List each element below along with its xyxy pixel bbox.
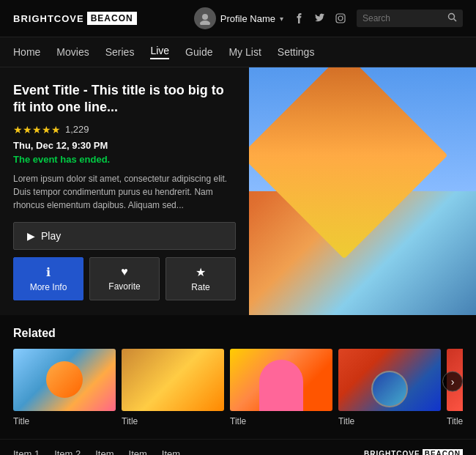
svg-rect-2 — [336, 14, 345, 23]
next-arrow-button[interactable]: › — [442, 371, 463, 392]
svg-point-3 — [338, 16, 343, 21]
profile-area[interactable]: Profile Name ▾ — [194, 7, 283, 29]
facebook-icon[interactable] — [294, 12, 305, 24]
logo-beacon: BEACON — [87, 12, 137, 25]
list-item[interactable]: Title — [338, 349, 441, 427]
more-info-label: More Info — [30, 282, 67, 292]
thumbnail-4 — [338, 349, 441, 411]
related-items: Title Title Title Title Title › — [13, 349, 463, 427]
main-nav: Home Movies Series Live Guide My List Se… — [0, 37, 476, 67]
logo-brightcove: BRIGHTCOVE — [13, 13, 84, 24]
favorite-label: Favorite — [108, 281, 140, 292]
list-item[interactable]: Title — [230, 349, 332, 427]
star-icon: ★ — [196, 265, 206, 279]
search-input[interactable] — [362, 13, 443, 23]
nav-item-guide[interactable]: Guide — [185, 46, 212, 58]
footer-nav-item-1[interactable]: Item 1 — [13, 448, 40, 455]
info-icon: ℹ — [46, 265, 51, 279]
footer-nav-items: Item 1 Item 2 Item Item Item — [13, 448, 364, 455]
header: BRIGHTCOVE BEACON Profile Name ▾ — [0, 0, 476, 37]
thumbnail-3 — [230, 349, 332, 411]
nav-item-movies[interactable]: Movies — [56, 46, 89, 58]
more-info-button[interactable]: ℹ More Info — [13, 257, 83, 300]
list-item[interactable]: Title — [13, 349, 116, 427]
globe-shape — [371, 371, 408, 407]
search-bar[interactable] — [357, 10, 463, 27]
favorite-button[interactable]: ♥ Favorite — [89, 257, 160, 300]
event-datetime: Thu, Dec 12, 9:30 PM — [13, 140, 236, 151]
stars: ★★★★★ — [13, 124, 61, 136]
play-label: Play — [41, 230, 61, 242]
item-title-4: Title — [338, 416, 354, 426]
related-section: Related Title Title Title Title Title — [0, 315, 476, 439]
profile-name: Profile Name — [220, 13, 275, 24]
event-ended-label: The event has ended. — [13, 154, 236, 165]
nav-item-live[interactable]: Live — [150, 45, 169, 59]
svg-line-6 — [454, 19, 457, 22]
rate-button[interactable]: ★ Rate — [166, 257, 236, 300]
social-icons — [294, 12, 346, 24]
chevron-down-icon: ▾ — [280, 15, 283, 23]
svg-point-0 — [202, 14, 208, 20]
related-title: Related — [13, 327, 463, 340]
svg-point-4 — [343, 15, 343, 16]
footer-nav-item-5[interactable]: Item — [162, 448, 180, 455]
footer-nav-item-4[interactable]: Item — [129, 448, 147, 455]
logo[interactable]: BRIGHTCOVE BEACON — [13, 12, 137, 25]
svg-point-5 — [449, 14, 455, 20]
heart-icon: ♥ — [121, 265, 128, 278]
svg-point-1 — [200, 21, 210, 25]
rating-count: 1,229 — [65, 124, 89, 135]
twitter-icon[interactable] — [314, 12, 326, 24]
nav-item-series[interactable]: Series — [105, 46, 135, 58]
hero-image — [249, 67, 476, 315]
instagram-icon[interactable] — [335, 12, 346, 24]
nav-item-mylist[interactable]: My List — [228, 46, 261, 58]
nav-item-settings[interactable]: Settings — [278, 46, 315, 58]
hero-content: Event Title - This title is too big to f… — [0, 67, 249, 315]
footer-nav-item-2[interactable]: Item 2 — [54, 448, 81, 455]
list-item[interactable]: Title — [122, 349, 224, 427]
orange-shape — [46, 361, 83, 398]
item-title-5: Title — [447, 416, 463, 426]
thumbnail-1 — [13, 349, 116, 411]
action-buttons: ℹ More Info ♥ Favorite ★ Rate — [13, 257, 236, 300]
stars-row: ★★★★★ 1,229 — [13, 124, 236, 136]
footer-nav-item-3[interactable]: Item — [95, 448, 114, 455]
header-right: Profile Name ▾ — [194, 7, 463, 29]
avatar — [194, 7, 216, 29]
play-icon: ▶ — [27, 230, 35, 242]
event-description: Lorem ipsum dolor sit amet, consectetur … — [13, 172, 236, 212]
rate-label: Rate — [191, 282, 209, 292]
play-button[interactable]: ▶ Play — [13, 222, 236, 250]
hero: Event Title - This title is too big to f… — [0, 67, 476, 315]
event-title: Event Title - This title is too big to f… — [13, 82, 236, 116]
thumbnail-2 — [122, 349, 224, 411]
item-title-3: Title — [230, 416, 246, 426]
item-title-2: Title — [122, 416, 138, 426]
item-title-1: Title — [13, 416, 29, 426]
nav-item-home[interactable]: Home — [13, 46, 40, 58]
footer-logo-brightcove: BRIGHTCOVE — [364, 450, 420, 455]
footer-logo: BRIGHTCOVE BEACON — [364, 449, 463, 455]
person-shape — [259, 360, 303, 411]
search-icon[interactable] — [447, 12, 457, 24]
footer-nav: Item 1 Item 2 Item Item Item BRIGHTCOVE … — [0, 439, 476, 455]
footer-logo-beacon: BEACON — [423, 449, 463, 455]
